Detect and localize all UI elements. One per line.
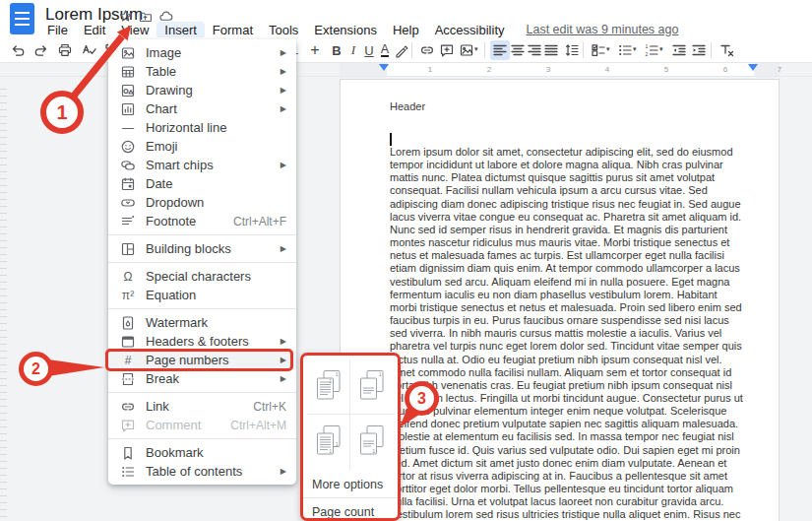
bulleted-list-caret-icon[interactable]: ▾ <box>633 45 637 53</box>
add-comment-button[interactable] <box>437 40 457 60</box>
checklist-caret-icon[interactable]: ▾ <box>606 45 610 53</box>
left-indent-marker[interactable] <box>379 64 389 71</box>
page-number-option-top-right-all-pages[interactable] <box>307 359 350 415</box>
menu-item-watermark[interactable]: Watermark <box>108 313 296 332</box>
table-icon <box>120 64 136 80</box>
checklist-button[interactable] <box>589 40 608 60</box>
document-page[interactable]: Header Lorem ipsum dolor sit amet, conse… <box>340 79 780 521</box>
building-blocks-icon <box>120 241 136 257</box>
increase-indent-button[interactable] <box>689 40 709 60</box>
vertical-ruler <box>0 83 7 521</box>
menu-extensions[interactable]: Extensions <box>306 22 385 38</box>
bookmark-icon <box>120 445 136 461</box>
numbered-list-caret-icon[interactable]: ▾ <box>659 45 663 53</box>
document-header-text: Header <box>390 100 425 112</box>
submenu-arrow-icon <box>281 356 286 364</box>
ruler-mark: 6 <box>720 65 730 74</box>
ruler-page-band <box>340 63 780 76</box>
menu-item-dropdown[interactable]: Dropdown <box>108 193 296 212</box>
highlight-color-button[interactable] <box>392 40 411 60</box>
menu-item-break[interactable]: Break <box>108 369 296 388</box>
align-justify-button[interactable] <box>541 40 561 60</box>
menu-item-chart[interactable]: Chart <box>108 99 296 118</box>
image-dropdown-caret-icon[interactable]: ▾ <box>474 45 478 53</box>
more-options-item[interactable]: More options <box>303 473 398 495</box>
special-characters-icon: Ω <box>120 269 136 285</box>
line-spacing-button[interactable] <box>562 40 582 60</box>
menu-help[interactable]: Help <box>385 22 427 38</box>
menu-divider <box>108 234 296 235</box>
menubar: File Edit View Insert Format Tools Exten… <box>39 22 678 37</box>
ruler-mark: 1 <box>425 65 435 74</box>
menu-item-table[interactable]: Table <box>108 62 296 81</box>
align-left-button[interactable] <box>490 40 510 60</box>
menu-tools[interactable]: Tools <box>261 22 306 38</box>
insert-image-button[interactable] <box>457 40 476 60</box>
menu-insert[interactable]: Insert <box>156 22 205 38</box>
page-numbers-submenu: More options Page count <box>300 353 401 521</box>
menu-item-image[interactable]: Image <box>108 43 296 62</box>
menu-file[interactable]: File <box>39 22 76 38</box>
page-numbers-icon: # <box>120 353 136 368</box>
menu-divider <box>108 308 296 309</box>
bulleted-list-button[interactable] <box>615 40 635 60</box>
menu-item-horizontal-line[interactable]: —Horizontal line <box>108 118 296 137</box>
emoji-icon <box>120 139 136 155</box>
clear-formatting-button[interactable] <box>717 40 736 60</box>
numbered-list-button[interactable] <box>642 40 661 60</box>
last-edit-link[interactable]: Last edit was 9 minutes ago <box>527 23 679 36</box>
menu-item-bookmark[interactable]: Bookmark <box>108 443 296 462</box>
menu-item-emoji[interactable]: Emoji <box>108 137 296 156</box>
google-docs-logo-icon[interactable] <box>10 3 34 34</box>
font-size-increase-button[interactable]: + <box>305 40 325 60</box>
equation-icon: π² <box>120 288 136 303</box>
page-number-option-bottom-right-from-second-page[interactable] <box>350 415 394 470</box>
headers-footers-icon <box>120 334 136 350</box>
horizontal-line-icon: — <box>120 120 136 136</box>
page-count-item[interactable]: Page count <box>303 500 398 521</box>
menu-item-date[interactable]: Date <box>108 174 296 193</box>
ruler-mark: 7 <box>775 65 784 74</box>
ruler-mark: 4 <box>602 65 612 74</box>
right-indent-marker[interactable] <box>748 64 758 71</box>
menu-item-page-numbers[interactable]: #Page numbers <box>108 351 296 369</box>
redo-button[interactable] <box>31 40 51 60</box>
submenu-arrow-icon <box>281 67 286 76</box>
submenu-arrow-icon <box>281 48 286 57</box>
page-number-option-bottom-right-all-pages[interactable] <box>307 415 350 470</box>
menu-item-smart-chips[interactable]: Smart chips <box>108 156 296 174</box>
menu-format[interactable]: Format <box>205 22 261 38</box>
toolbar-divider <box>411 42 412 58</box>
table-of-contents-icon <box>120 464 136 480</box>
menu-item-drawing[interactable]: Drawing <box>108 81 296 99</box>
print-button[interactable] <box>55 40 75 60</box>
submenu-arrow-icon <box>281 244 286 253</box>
menu-accessibility[interactable]: Accessibility <box>427 22 513 38</box>
menu-edit[interactable]: Edit <box>76 22 113 38</box>
text-cursor <box>390 133 392 146</box>
menu-item-building-blocks[interactable]: Building blocks <box>108 239 296 258</box>
insert-menu: Image Table Drawing Chart —Horizontal li… <box>108 39 296 485</box>
dropdown-icon <box>120 195 136 211</box>
break-icon <box>120 371 136 387</box>
watermark-icon <box>120 315 136 331</box>
document-body-text: Lorem ipsum dolor sit amet, consectetur … <box>390 146 744 521</box>
menu-item-link[interactable]: LinkCtrl+K <box>108 397 296 416</box>
page-number-option-top-right-from-second-page[interactable] <box>350 359 394 415</box>
undo-button[interactable] <box>8 40 28 60</box>
decrease-indent-button[interactable] <box>669 40 689 60</box>
menu-item-special-characters[interactable]: ΩSpecial characters <box>108 267 296 286</box>
menu-view[interactable]: View <box>113 22 156 38</box>
image-icon <box>120 45 136 61</box>
spelling-check-button[interactable] <box>79 40 98 60</box>
submenu-arrow-icon <box>281 161 286 169</box>
insert-link-button[interactable] <box>417 40 437 60</box>
smart-chips-icon <box>120 158 136 173</box>
toolbar-divider <box>583 42 584 58</box>
menu-item-footnote[interactable]: FootnoteCtrl+Alt+F <box>108 212 296 230</box>
annotation-step-3: 3 <box>405 381 439 416</box>
menu-item-headers-footers[interactable]: Headers & footers <box>108 332 296 351</box>
menu-item-equation[interactable]: π²Equation <box>108 286 296 304</box>
drawing-icon <box>120 83 136 98</box>
menu-item-table-of-contents[interactable]: Table of contents <box>108 462 296 481</box>
